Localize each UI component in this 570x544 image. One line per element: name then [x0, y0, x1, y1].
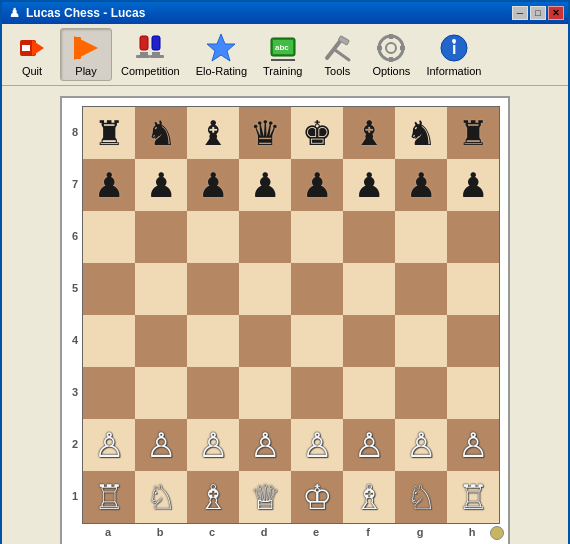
cell-f8[interactable]: ♝: [343, 107, 395, 159]
cell-b4[interactable]: [135, 315, 187, 367]
file-labels: a b c d e f g h: [82, 524, 498, 540]
piece-d1: ♕: [250, 480, 280, 514]
cell-f5[interactable]: [343, 263, 395, 315]
cell-f1[interactable]: ♗: [343, 471, 395, 523]
toolbar-information[interactable]: i Information: [419, 28, 488, 81]
cell-c5[interactable]: [187, 263, 239, 315]
cell-d1[interactable]: ♕: [239, 471, 291, 523]
cell-e6[interactable]: [291, 211, 343, 263]
rank-labels: 8 7 6 5 4 3 2 1: [68, 106, 82, 522]
cell-g5[interactable]: [395, 263, 447, 315]
toolbar-tools[interactable]: Tools: [311, 28, 363, 81]
cell-c4[interactable]: [187, 315, 239, 367]
main-window: ♟ Lucas Chess - Lucas ─ □ ✕ Quit: [0, 0, 570, 544]
cell-c3[interactable]: [187, 367, 239, 419]
title-bar-buttons: ─ □ ✕: [512, 6, 564, 20]
cell-a4[interactable]: [83, 315, 135, 367]
cell-e5[interactable]: [291, 263, 343, 315]
file-c: c: [186, 524, 238, 540]
cell-e8[interactable]: ♚: [291, 107, 343, 159]
cell-c8[interactable]: ♝: [187, 107, 239, 159]
cell-a1[interactable]: ♖: [83, 471, 135, 523]
cell-g3[interactable]: [395, 367, 447, 419]
cell-c1[interactable]: ♗: [187, 471, 239, 523]
piece-d2: ♙: [250, 428, 280, 462]
cell-h5[interactable]: [447, 263, 499, 315]
cell-b6[interactable]: [135, 211, 187, 263]
information-label: Information: [426, 65, 481, 77]
cell-a6[interactable]: [83, 211, 135, 263]
competition-label: Competition: [121, 65, 180, 77]
piece-f7: ♟: [354, 168, 384, 202]
toolbar-quit[interactable]: Quit: [6, 28, 58, 81]
cell-g6[interactable]: [395, 211, 447, 263]
cell-h3[interactable]: [447, 367, 499, 419]
cell-f2[interactable]: ♙: [343, 419, 395, 471]
cell-f7[interactable]: ♟: [343, 159, 395, 211]
cell-d6[interactable]: [239, 211, 291, 263]
cell-e2[interactable]: ♙: [291, 419, 343, 471]
cell-b1[interactable]: ♘: [135, 471, 187, 523]
cell-g8[interactable]: ♞: [395, 107, 447, 159]
cell-h2[interactable]: ♙: [447, 419, 499, 471]
cell-c6[interactable]: [187, 211, 239, 263]
cell-d7[interactable]: ♟: [239, 159, 291, 211]
piece-h2: ♙: [458, 428, 488, 462]
cell-a3[interactable]: [83, 367, 135, 419]
piece-a2: ♙: [94, 428, 124, 462]
cell-h1[interactable]: ♖: [447, 471, 499, 523]
cell-e3[interactable]: [291, 367, 343, 419]
cell-b2[interactable]: ♙: [135, 419, 187, 471]
piece-c1: ♗: [198, 480, 228, 514]
toolbar-training[interactable]: abc Training: [256, 28, 309, 81]
file-d: d: [238, 524, 290, 540]
svg-text:abc: abc: [275, 43, 289, 52]
cell-b8[interactable]: ♞: [135, 107, 187, 159]
cell-h4[interactable]: [447, 315, 499, 367]
cell-c2[interactable]: ♙: [187, 419, 239, 471]
piece-h8: ♜: [458, 116, 488, 150]
cell-f6[interactable]: [343, 211, 395, 263]
cell-e1[interactable]: ♔: [291, 471, 343, 523]
toolbar-competition[interactable]: Competition: [114, 28, 187, 81]
cell-a2[interactable]: ♙: [83, 419, 135, 471]
close-button[interactable]: ✕: [548, 6, 564, 20]
tools-label: Tools: [325, 65, 351, 77]
piece-d8: ♛: [250, 116, 280, 150]
cell-h6[interactable]: [447, 211, 499, 263]
toolbar-elo[interactable]: Elo-Rating: [189, 28, 254, 81]
cell-d2[interactable]: ♙: [239, 419, 291, 471]
minimize-button[interactable]: ─: [512, 6, 528, 20]
cell-g4[interactable]: [395, 315, 447, 367]
rank-2: 2: [68, 418, 82, 470]
competition-icon: [134, 32, 166, 64]
piece-g7: ♟: [406, 168, 436, 202]
cell-g2[interactable]: ♙: [395, 419, 447, 471]
cell-a8[interactable]: ♜: [83, 107, 135, 159]
svg-rect-4: [75, 37, 81, 59]
cell-d4[interactable]: [239, 315, 291, 367]
cell-g1[interactable]: ♘: [395, 471, 447, 523]
cell-c7[interactable]: ♟: [187, 159, 239, 211]
cell-e7[interactable]: ♟: [291, 159, 343, 211]
cell-f3[interactable]: [343, 367, 395, 419]
cell-d5[interactable]: [239, 263, 291, 315]
cell-b5[interactable]: [135, 263, 187, 315]
toolbar-play[interactable]: Play: [60, 28, 112, 81]
cell-b3[interactable]: [135, 367, 187, 419]
cell-e4[interactable]: [291, 315, 343, 367]
cell-b7[interactable]: ♟: [135, 159, 187, 211]
maximize-button[interactable]: □: [530, 6, 546, 20]
piece-b1: ♘: [146, 480, 176, 514]
chess-board[interactable]: ♜♞♝♛♚♝♞♜♟♟♟♟♟♟♟♟♙♙♙♙♙♙♙♙♖♘♗♕♔♗♘♖: [82, 106, 500, 524]
cell-f4[interactable]: [343, 315, 395, 367]
cell-a7[interactable]: ♟: [83, 159, 135, 211]
cell-d3[interactable]: [239, 367, 291, 419]
toolbar-options[interactable]: Options: [365, 28, 417, 81]
cell-g7[interactable]: ♟: [395, 159, 447, 211]
cell-a5[interactable]: [83, 263, 135, 315]
cell-h8[interactable]: ♜: [447, 107, 499, 159]
play-icon: [70, 32, 102, 64]
cell-d8[interactable]: ♛: [239, 107, 291, 159]
cell-h7[interactable]: ♟: [447, 159, 499, 211]
